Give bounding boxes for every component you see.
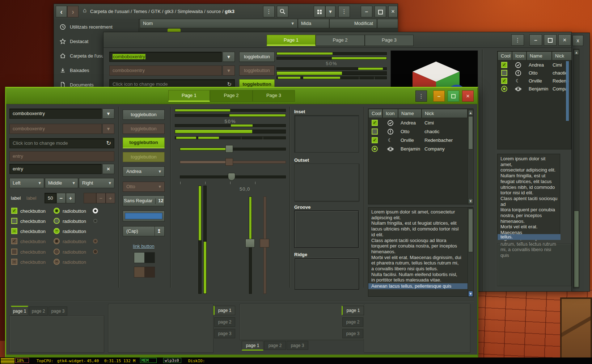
back-button[interactable]: ‹	[56, 6, 67, 17]
radio-selected-icon[interactable]	[501, 86, 507, 92]
font-button[interactable]: Sans Regular 12	[123, 195, 165, 206]
tree-header-cool[interactable]: Cool	[498, 51, 512, 60]
notebook2-tab-page1[interactable]: page 1	[213, 306, 235, 315]
front-titlebar[interactable]: Page 1 Page 2 Page 3 ⋮ – ×	[6, 88, 477, 104]
align-right-dropdown[interactable]: Right▾	[79, 178, 114, 188]
align-middle-dropdown[interactable]: Middle▾	[45, 178, 78, 188]
scrollbar-thumb[interactable]	[468, 209, 473, 252]
radiobutton-label[interactable]: radiobutton	[63, 219, 86, 224]
radio-indicator-off[interactable]	[93, 219, 97, 223]
back-maximize-button[interactable]	[544, 34, 557, 46]
combo-dropdown-button[interactable]: ▾	[102, 109, 114, 119]
front-treeview[interactable]: Cool Icon Name Nick ✓ Andrea Cimi Otto c…	[368, 109, 473, 204]
back-combo-dropdown-button[interactable]: ▾	[223, 52, 235, 62]
back-tab-page2[interactable]: Page 2	[316, 35, 365, 46]
files-close-button[interactable]: ×	[388, 6, 398, 17]
notebook1-tab-page2[interactable]: page 2	[29, 306, 48, 316]
app-chooser-button[interactable]: (Cap) ↥	[123, 226, 165, 236]
back-treeview[interactable]: Cool Icon Name Nick ✓ Andrea Cimi Otto c…	[497, 51, 571, 149]
column-header-modified[interactable]: Modificat	[329, 19, 377, 28]
front-tab-page2[interactable]: Page 2	[210, 90, 253, 102]
checkbutton-unchecked[interactable]	[11, 218, 17, 224]
search-button[interactable]	[277, 6, 288, 17]
radio-indicator-on[interactable]	[93, 208, 98, 213]
checkbox-checked-icon[interactable]: ✓	[372, 120, 378, 126]
files-minimize-button[interactable]: –	[361, 6, 372, 17]
sliver-scrollbar[interactable]: ▲	[573, 49, 579, 288]
hscale-handle[interactable]	[225, 145, 233, 153]
tree-header-icon[interactable]: Icon	[382, 109, 398, 118]
vscale-handle[interactable]	[245, 239, 255, 247]
view-grid-button[interactable]	[314, 6, 325, 17]
back-textview[interactable]: Lorem ipsum dolor sit amet, consectetur …	[497, 154, 560, 240]
entry[interactable]: entry	[9, 164, 102, 174]
spin-plus-button[interactable]: +	[66, 193, 75, 203]
scrollbar-thumb[interactable]	[574, 211, 579, 287]
files-maximize-button[interactable]	[375, 6, 386, 17]
radiobutton-unselected[interactable]	[54, 218, 60, 224]
files-options-button[interactable]: ⋮	[338, 6, 350, 17]
tree-header-nick[interactable]: Nick	[422, 109, 468, 118]
radio-selected-icon[interactable]	[372, 146, 378, 152]
scrollbar-thumb[interactable]	[468, 116, 473, 149]
tree-header-name[interactable]: Name	[398, 109, 422, 118]
notebook3-tab-page2[interactable]: page 2	[264, 341, 286, 350]
checkbox-unchecked-icon[interactable]	[501, 70, 507, 76]
notebook1-tab-page1[interactable]: page 1	[11, 306, 28, 316]
togglebutton-active[interactable]: togglebutton	[123, 137, 165, 148]
notebook4-tab-page3[interactable]: page 3	[342, 329, 363, 338]
spinbutton-value[interactable]: 50	[45, 193, 56, 203]
tree-header-nick[interactable]: Nick	[552, 51, 572, 60]
scroll-down-button[interactable]: ▼	[468, 291, 473, 297]
entry-clear-button[interactable]: ×	[102, 164, 114, 174]
front-tab-page1[interactable]: Page 1	[168, 90, 210, 102]
checkbox-checked-icon[interactable]: ✓	[501, 62, 507, 68]
notebook2-tab-page2[interactable]: page 2	[214, 317, 235, 327]
radiobutton-label[interactable]: radiobutton	[63, 229, 86, 234]
checkbutton-checked[interactable]: ✓	[11, 208, 17, 214]
back-tab-page1[interactable]: Page 1	[267, 35, 316, 46]
align-left-dropdown[interactable]: Left▾	[9, 178, 44, 188]
spin-minus-button[interactable]: −	[56, 193, 66, 203]
back-minimize-button[interactable]: –	[529, 34, 542, 46]
scroll-up-button[interactable]: ▲	[468, 110, 473, 115]
forward-button[interactable]: ›	[67, 6, 79, 17]
tree-scrollbar-thumb[interactable]	[566, 61, 569, 121]
notebook2-tab-page3[interactable]: page 3	[214, 329, 235, 338]
front-tab-page3[interactable]: Page 3	[253, 90, 295, 102]
comboboxentry[interactable]: comboboxentry	[9, 109, 102, 119]
checkbox-checked-icon[interactable]: ✓	[372, 137, 378, 143]
front-maximize-button[interactable]	[448, 90, 459, 102]
notebook3-tab-page1[interactable]: page 1	[242, 341, 263, 351]
refresh-icon[interactable]: ↻	[106, 139, 111, 148]
hscale-marks-handle[interactable]	[228, 173, 235, 181]
checkbutton-label[interactable]: checkbutton	[20, 229, 46, 234]
tree-header-icon[interactable]: Icon	[512, 51, 527, 60]
icon-entry[interactable]: Click icon to change mode ↻	[9, 138, 114, 148]
front-textview[interactable]: Lorem ipsum dolor sit amet, consectetur …	[368, 207, 473, 297]
front-minimize-button[interactable]: –	[433, 90, 445, 102]
checkbutton-indeterminate[interactable]: –	[11, 228, 17, 234]
tree-header-name[interactable]: Name	[527, 51, 552, 60]
tree-scrollbar[interactable]: ▲ ▼	[468, 109, 474, 205]
back-menu-button[interactable]: ⋮	[511, 34, 524, 46]
front-menu-button[interactable]: ⋮	[415, 90, 427, 102]
scroll-down-button[interactable]: ▼	[468, 198, 473, 204]
checkbutton-label[interactable]: checkbutton	[20, 208, 46, 214]
back-togglebutton[interactable]: togglebutton	[239, 52, 275, 62]
notebook4-tab-page2[interactable]: page 2	[342, 317, 363, 327]
text-scrollbar[interactable]: ▼	[468, 208, 474, 297]
togglebutton[interactable]: togglebutton	[123, 110, 165, 120]
checkbutton-label[interactable]: checkbutton	[20, 219, 46, 224]
notebook1-tab-page3[interactable]: page 3	[48, 306, 67, 316]
back-comboboxentry[interactable]: comboboxentry	[109, 52, 222, 62]
sliver-close-button[interactable]: x	[572, 35, 583, 46]
radiobutton-indeterminate[interactable]: –	[54, 228, 60, 234]
breadcrumb[interactable]: Carpeta de l'usuari / Temes / GTK / gtk3…	[90, 9, 234, 14]
checkbox-unchecked-icon[interactable]	[372, 128, 378, 135]
radiobutton-selected[interactable]	[54, 208, 60, 214]
name-combobox[interactable]: Andrea▾	[123, 166, 165, 177]
files-menu-button[interactable]: ⋮	[263, 6, 275, 17]
notebook4-tab-page1[interactable]: page 1	[342, 306, 364, 315]
notebook3-tab-page3[interactable]: page 3	[287, 341, 308, 350]
